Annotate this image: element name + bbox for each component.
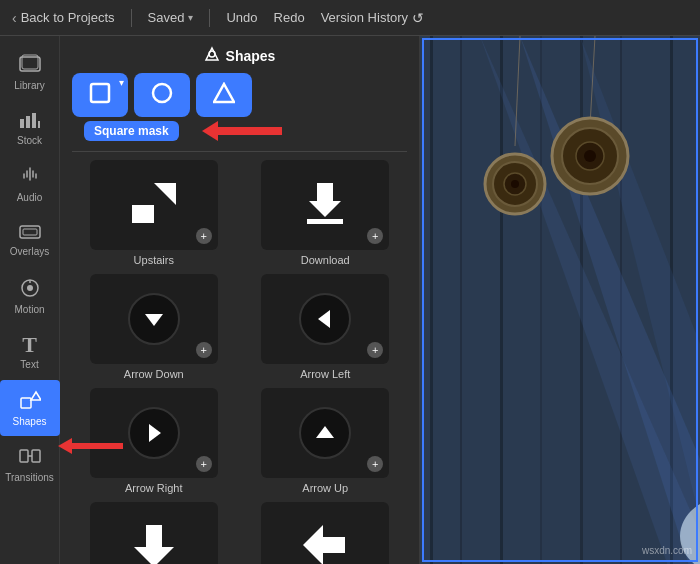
svg-point-9 bbox=[27, 285, 33, 291]
sidebar-item-transitions[interactable]: Transitions bbox=[0, 436, 60, 492]
shape-label-arrow-left: Arrow Left bbox=[300, 368, 350, 380]
shape-label-arrow-up: Arrow Up bbox=[302, 482, 348, 494]
plus-badge-arrow-up: + bbox=[367, 456, 383, 472]
svg-marker-22 bbox=[154, 183, 176, 205]
stock-icon bbox=[19, 111, 41, 132]
sidebar-item-label-stock: Stock bbox=[17, 135, 42, 146]
audio-icon bbox=[21, 166, 39, 189]
shape-thumb-arrow-left-fat: + bbox=[261, 502, 389, 564]
shape-item-arrow-right[interactable]: + Arrow Right bbox=[72, 388, 236, 494]
shape-thumb-download: + bbox=[261, 160, 389, 250]
svg-marker-20 bbox=[202, 121, 218, 141]
plus-badge-download: + bbox=[367, 228, 383, 244]
shapes-icon bbox=[19, 390, 41, 413]
download-shape-icon bbox=[299, 179, 351, 231]
shape-item-arrow-up[interactable]: + Arrow Up bbox=[244, 388, 408, 494]
circle-shape-icon bbox=[151, 82, 173, 108]
sidebar-item-audio[interactable]: Audio bbox=[0, 156, 60, 212]
saved-indicator: Saved ▾ bbox=[148, 10, 194, 25]
sidebar-item-text[interactable]: T Text bbox=[0, 324, 60, 380]
sidebar-item-motion[interactable]: Motion bbox=[0, 268, 60, 324]
sidebar-item-overlays[interactable]: Overlays bbox=[0, 212, 60, 268]
svg-rect-3 bbox=[26, 116, 30, 128]
square-shape-icon bbox=[89, 82, 111, 108]
back-button[interactable]: ‹ Back to Projects bbox=[12, 10, 115, 26]
topbar-divider-2 bbox=[209, 9, 210, 27]
svg-rect-13 bbox=[20, 450, 28, 462]
motion-icon bbox=[20, 278, 40, 301]
sidebar-item-label-overlays: Overlays bbox=[10, 246, 49, 257]
shape-type-section: ▾ Square mask bbox=[60, 73, 419, 149]
shape-item-upstairs[interactable]: + Upstairs bbox=[72, 160, 236, 266]
sidebar-item-shapes[interactable]: Shapes bbox=[0, 380, 60, 436]
sidebar-item-label-transitions: Transitions bbox=[5, 472, 54, 483]
shape-item-arrow-left[interactable]: + Arrow Left bbox=[244, 274, 408, 380]
shape-label-upstairs: Upstairs bbox=[134, 254, 174, 266]
svg-rect-36 bbox=[430, 36, 433, 564]
shape-item-arrow-left-fat[interactable]: + bbox=[244, 502, 408, 564]
svg-point-16 bbox=[209, 51, 215, 57]
shape-thumb-arrow-down: + bbox=[90, 274, 218, 364]
square-dropdown-caret-icon: ▾ bbox=[119, 77, 124, 88]
chevron-left-icon: ‹ bbox=[12, 10, 17, 26]
shape-item-arrow-down-fat[interactable]: + bbox=[72, 502, 236, 564]
undo-button[interactable]: Undo bbox=[226, 10, 257, 25]
upstairs-shape-icon bbox=[128, 179, 180, 231]
arrow-right-circle-icon bbox=[128, 407, 180, 459]
shapes-header-label: Shapes bbox=[226, 48, 276, 64]
svg-marker-28 bbox=[318, 310, 330, 328]
shape-label-arrow-right: Arrow Right bbox=[125, 482, 182, 494]
sidebar-item-label-audio: Audio bbox=[17, 192, 43, 203]
svg-marker-25 bbox=[309, 201, 341, 217]
arrow-down-fat-icon bbox=[132, 521, 176, 564]
svg-rect-2 bbox=[20, 119, 24, 128]
sidebar: Library Stock Audio Overlays Motion bbox=[0, 36, 60, 564]
text-icon: T bbox=[22, 334, 37, 356]
shape-type-square-button[interactable]: ▾ bbox=[72, 73, 128, 117]
shape-type-triangle-button[interactable] bbox=[196, 73, 252, 117]
shape-label-download: Download bbox=[301, 254, 350, 266]
shape-item-arrow-down[interactable]: + Arrow Down bbox=[72, 274, 236, 380]
svg-rect-39 bbox=[540, 36, 542, 564]
redo-button[interactable]: Redo bbox=[274, 10, 305, 25]
shape-thumb-upstairs: + bbox=[90, 160, 218, 250]
saved-dropdown-icon[interactable]: ▾ bbox=[188, 12, 193, 23]
canvas-image: wsxdn.com bbox=[420, 36, 700, 564]
version-history-button[interactable]: Version History ↺ bbox=[321, 10, 424, 26]
svg-marker-27 bbox=[145, 314, 163, 326]
shape-type-circle-button[interactable] bbox=[134, 73, 190, 117]
svg-point-54 bbox=[584, 150, 596, 162]
panel-separator bbox=[72, 151, 407, 152]
svg-marker-29 bbox=[149, 424, 161, 442]
shape-type-buttons-row: ▾ bbox=[72, 73, 252, 117]
svg-rect-38 bbox=[500, 36, 503, 564]
svg-rect-37 bbox=[460, 36, 462, 564]
watermark: wsxdn.com bbox=[642, 545, 692, 556]
plus-badge-arrow-right: + bbox=[196, 456, 212, 472]
shape-item-download[interactable]: + Download bbox=[244, 160, 408, 266]
arrow-down-circle-icon bbox=[128, 293, 180, 345]
library-icon bbox=[19, 54, 41, 77]
red-arrow-panel-icon bbox=[202, 115, 282, 147]
overlays-icon bbox=[19, 223, 41, 243]
svg-rect-4 bbox=[32, 113, 36, 128]
version-history-label: Version History bbox=[321, 10, 408, 25]
transitions-icon bbox=[19, 446, 41, 469]
arrow-up-circle-icon bbox=[299, 407, 351, 459]
shapes-panel: Shapes ▾ bbox=[60, 36, 420, 564]
svg-rect-7 bbox=[23, 229, 37, 235]
svg-rect-21 bbox=[216, 127, 282, 135]
sidebar-item-label-text: Text bbox=[20, 359, 38, 370]
svg-rect-11 bbox=[21, 398, 31, 408]
shape-grid: + Upstairs + Download bbox=[60, 160, 419, 564]
sidebar-item-label-shapes: Shapes bbox=[13, 416, 47, 427]
svg-rect-17 bbox=[91, 84, 109, 102]
shape-thumb-arrow-down-fat: + bbox=[90, 502, 218, 564]
sidebar-item-library[interactable]: Library bbox=[0, 44, 60, 100]
svg-point-18 bbox=[153, 84, 171, 102]
saved-label: Saved bbox=[148, 10, 185, 25]
sidebar-item-stock[interactable]: Stock bbox=[0, 100, 60, 156]
plus-badge-arrow-down: + bbox=[196, 342, 212, 358]
sidebar-item-label-library: Library bbox=[14, 80, 45, 91]
plus-badge-arrow-left: + bbox=[367, 342, 383, 358]
